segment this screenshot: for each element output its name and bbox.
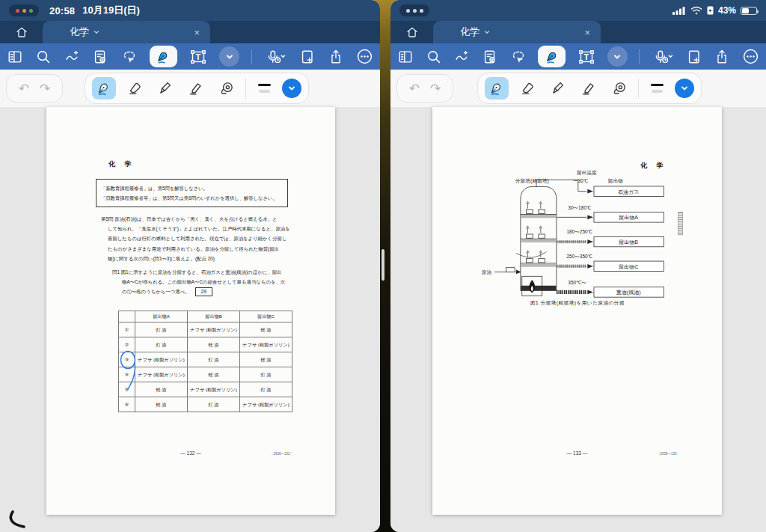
print-code: 〔2636―132〕 xyxy=(270,452,293,456)
home-tab-button[interactable] xyxy=(390,21,433,43)
page-thumbnails-button[interactable] xyxy=(397,49,414,65)
document-page-133[interactable]: 化 学 留出温度 分留塔(精留塔) 〜30℃ 留出物 xyxy=(432,107,722,515)
chevron-down-icon xyxy=(224,52,235,62)
record-audio-button[interactable] xyxy=(264,49,287,65)
more-menu-button[interactable] xyxy=(742,48,759,65)
diagram-temp-header: 留出温度 xyxy=(577,170,597,176)
toolbar-separator xyxy=(251,49,252,64)
window-control-yellow-icon[interactable] xyxy=(22,9,26,13)
stroke-thickness-picker[interactable] xyxy=(646,84,668,94)
record-audio-button[interactable] xyxy=(652,49,674,65)
read-view-button[interactable] xyxy=(482,49,498,65)
lasso-select-button[interactable] xyxy=(510,49,527,65)
lasso-icon xyxy=(121,49,138,65)
chevron-down-icon xyxy=(287,84,296,93)
print-code: 〔2636―133〕 xyxy=(657,452,680,456)
color-picker-button[interactable] xyxy=(675,79,694,98)
tab-close-button[interactable]: × xyxy=(581,26,593,39)
ai-gesture-button[interactable] xyxy=(64,49,80,65)
ellipsis-icon xyxy=(356,48,373,65)
more-menu-button[interactable] xyxy=(356,48,373,65)
window-control-dot-icon[interactable] xyxy=(420,9,423,13)
chevron-down-icon[interactable] xyxy=(93,28,100,36)
document-canvas[interactable]: 化 学 「新教育課程履修者」は、第5問を解答しなさい。 「旧教育課程履修者等」は… xyxy=(0,107,380,532)
multitask-pill[interactable] xyxy=(9,4,39,16)
tools-separator xyxy=(638,79,639,98)
window-control-dot-icon[interactable] xyxy=(406,9,410,13)
thickness-option-selected[interactable] xyxy=(651,84,664,87)
chevron-down-icon[interactable] xyxy=(483,28,491,36)
tape-tool[interactable] xyxy=(215,77,239,100)
pen-tool-button-selected[interactable] xyxy=(538,46,566,67)
window-control-dot-icon[interactable] xyxy=(413,9,417,13)
home-icon xyxy=(15,25,28,39)
share-button[interactable] xyxy=(328,49,344,65)
document-canvas[interactable]: 化 学 留出温度 分留塔(精留塔) 〜30℃ 留出物 xyxy=(390,107,766,532)
diagram-tower-label: 分留塔(精留塔) xyxy=(515,178,549,184)
text-tool-button[interactable]: T xyxy=(189,48,207,66)
window-control-red-icon[interactable] xyxy=(16,9,19,13)
microphone-icon xyxy=(264,49,287,65)
tab-kagaku[interactable]: 化学 × xyxy=(43,21,210,43)
split-view-divider-handle[interactable] xyxy=(382,249,384,281)
tab-bar: 化学 × xyxy=(0,21,380,43)
redo-button[interactable]: ↷ xyxy=(40,81,50,97)
undo-redo-group: ↶ ↷ xyxy=(396,74,453,103)
eraser-tool[interactable] xyxy=(123,77,147,100)
window-control-green-icon[interactable] xyxy=(29,9,33,13)
table-header-row: 留出物A 留出物B 留出物C xyxy=(119,311,292,322)
undo-button[interactable]: ↶ xyxy=(19,81,29,97)
diagram-stage-temp: 250〜350℃ xyxy=(566,254,592,259)
highlighter-tool[interactable] xyxy=(184,77,208,100)
exam-notice-box: 「新教育課程履修者」は、第5問を解答しなさい。 「旧教育課程履修者等」は、第5問… xyxy=(96,179,288,207)
home-tab-button[interactable] xyxy=(0,21,43,43)
fountain-pen-icon xyxy=(488,80,505,97)
share-button[interactable] xyxy=(714,49,730,65)
tab-close-button[interactable]: × xyxy=(191,26,203,39)
highlighter-icon xyxy=(188,80,204,97)
chevron-down-icon xyxy=(612,52,622,62)
pen-tool-button-selected[interactable] xyxy=(150,46,177,67)
pencil-tool[interactable] xyxy=(153,77,177,100)
ai-gesture-button[interactable] xyxy=(453,49,470,65)
multitask-pill[interactable] xyxy=(399,4,429,16)
highlighter-icon xyxy=(580,80,597,97)
color-picker-button[interactable] xyxy=(282,79,301,98)
eraser-icon xyxy=(126,80,143,97)
add-page-button[interactable] xyxy=(686,49,702,65)
stroke-thickness-picker[interactable] xyxy=(253,84,275,94)
fountain-pen-tool-selected[interactable] xyxy=(92,77,116,100)
share-icon xyxy=(328,49,344,65)
sparkle-swirl-icon xyxy=(64,49,80,65)
more-tools-chevron-button[interactable] xyxy=(219,46,239,67)
text-tool-button[interactable]: T xyxy=(577,48,595,66)
add-page-button[interactable] xyxy=(299,49,316,65)
redo-button[interactable]: ↷ xyxy=(430,81,441,97)
thickness-option[interactable] xyxy=(259,90,270,93)
fountain-pen-tool-selected[interactable] xyxy=(485,77,509,100)
figure-caption: 図1 分留塔(精留塔)を用いた原油の分留 xyxy=(476,300,679,307)
eraser-icon xyxy=(519,80,536,97)
pencil-tool[interactable] xyxy=(546,77,570,100)
diagram-product: 留出物B xyxy=(619,239,638,245)
thickness-option[interactable] xyxy=(652,90,663,93)
thickness-option-selected[interactable] xyxy=(258,84,271,87)
lasso-select-button[interactable] xyxy=(121,49,138,65)
tape-tool[interactable] xyxy=(607,77,631,100)
wifi-icon xyxy=(690,6,702,15)
undo-button[interactable]: ↶ xyxy=(409,81,420,97)
read-view-button[interactable] xyxy=(92,49,108,65)
pen-icon xyxy=(155,49,171,65)
search-button[interactable] xyxy=(35,49,52,65)
search-button[interactable] xyxy=(426,49,442,65)
eraser-tool[interactable] xyxy=(515,77,539,100)
page-header: 化 学 xyxy=(108,159,135,169)
home-icon xyxy=(405,25,419,39)
tab-kagaku[interactable]: 化学 × xyxy=(433,21,601,43)
page-thumbnails-button[interactable] xyxy=(7,49,23,65)
diagram-product: 石油ガス xyxy=(618,189,639,195)
document-page-132[interactable]: 化 学 「新教育課程履修者」は、第5問を解答しなさい。 「旧教育課程履修者等」は… xyxy=(46,107,335,515)
highlighter-tool[interactable] xyxy=(577,77,601,100)
more-tools-chevron-button[interactable] xyxy=(607,46,628,67)
pencil-icon xyxy=(157,80,174,97)
